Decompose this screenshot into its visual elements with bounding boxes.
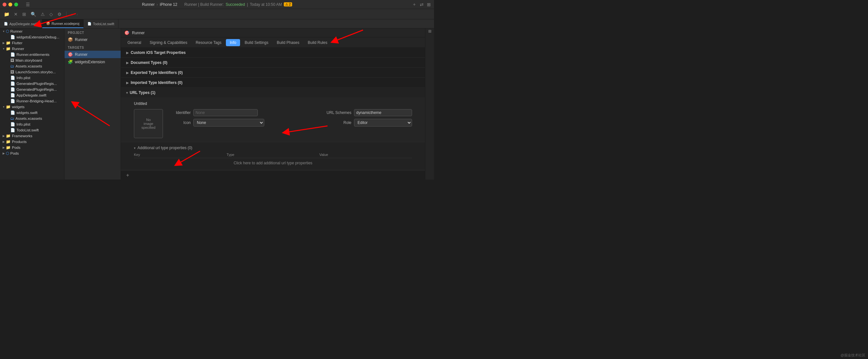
back-forward-icon[interactable]: ⇄ — [420, 2, 424, 7]
toolbar: 📁 ✕ ⊞ 🔍 ⚠ ◇ ⚙ ‹ › — [0, 9, 434, 19]
tree-item-flutter[interactable]: ▶ 📁 Flutter — [0, 40, 64, 46]
col-value: Value — [319, 153, 412, 157]
sidebar-toggle-icon[interactable]: ☰ — [25, 1, 31, 8]
section-custom-ios[interactable]: ▶ Custom iOS Target Properties — [121, 48, 425, 58]
maximize-button[interactable] — [14, 3, 18, 6]
tab-signing[interactable]: Signing & Capabilities — [146, 39, 191, 46]
url-type-title: Untitled — [134, 101, 412, 106]
tab-build-phases[interactable]: Build Phases — [273, 39, 303, 46]
back-arrow[interactable]: ‹ — [70, 11, 74, 18]
add-row[interactable]: + — [121, 170, 425, 179]
tree-item-generated2[interactable]: 📄 GeneratedPluginRegis... — [0, 87, 64, 92]
tree-item-launchscreen[interactable]: 🖼 LaunchScreen.storybo... — [0, 69, 64, 75]
url-type-entry: Untitled Noimagespecified Identifier — [121, 97, 425, 142]
props-table-header: Key Type Value — [134, 151, 412, 158]
tab-build-rules[interactable]: Build Rules — [304, 39, 331, 46]
folder-icon[interactable]: 📁 — [3, 11, 11, 18]
tree-item-widgets-ext-debug[interactable]: 📄 widgetsExtensionDebug... — [0, 34, 64, 40]
tree-item-pods-folder[interactable]: ▶ 📁 Pods — [0, 145, 64, 150]
url-schemes-row: URL Schemes — [326, 109, 412, 116]
tree-item-assets-xcassets[interactable]: 🗂 Assets.xcassets — [0, 63, 64, 69]
url-schemes-label: URL Schemes — [326, 111, 351, 115]
runner-header-title: Runner — [132, 31, 145, 35]
file-navigator: ▾ ⬡ Runner 📄 widgetsExtensionDebug... ▶ … — [0, 28, 65, 179]
file-tabs: 📄 AppDelegate.swift 📦 Runner.xcodeproj 📄… — [0, 19, 434, 28]
tree-item-main-storyboard[interactable]: 🖼 Main.storyboard — [0, 57, 64, 63]
role-row: Role Editor Viewer None — [326, 119, 412, 126]
warning-badge[interactable]: ⚠ 2 — [284, 2, 292, 6]
tab-resource-tags[interactable]: Resource Tags — [192, 39, 225, 46]
tree-item-generated1[interactable]: 📄 GeneratedPluginRegis... — [0, 81, 64, 87]
project-panel: PROJECT 📦 Runner TARGETS 🎯 Runner 🧩 widg… — [65, 28, 121, 179]
target-widgets-ext[interactable]: 🧩 widgetsExtension — [65, 58, 121, 65]
minimize-button[interactable] — [8, 3, 12, 6]
tab-info[interactable]: Info — [226, 39, 240, 46]
file-tab-runner-xcodeproj[interactable]: 📦 Runner.xcodeproj — [42, 19, 84, 28]
alert-icon[interactable]: ⚠ — [39, 11, 46, 18]
inspector-toggle[interactable]: ⊞ — [428, 30, 432, 35]
additional-props-header[interactable]: ▾ Additional url type properties (0) — [134, 144, 412, 151]
role-select[interactable]: Editor Viewer None — [354, 119, 412, 126]
targets-section-label: TARGETS — [65, 43, 121, 51]
url-scheme-input[interactable] — [354, 109, 412, 116]
additional-props-section: ▾ Additional url type properties (0) Key… — [121, 142, 425, 170]
tools-icon[interactable]: ⚙ — [56, 11, 63, 18]
tree-item-todolist[interactable]: 📄 TodoList.swift — [0, 127, 64, 133]
stop-icon[interactable]: ✕ — [12, 11, 19, 18]
url-type-fields-right: URL Schemes Role Editor Viewer None — [326, 109, 412, 126]
titlebar: ☰ Runner › iPhone 12 Runner | Build Runn… — [0, 0, 434, 9]
target-runner-icon: 🎯 — [68, 52, 73, 57]
search-icon[interactable]: 🔍 — [29, 11, 37, 18]
project-name-breadcrumb: Runner — [142, 2, 155, 7]
layout-icon[interactable]: ⊞ — [427, 2, 431, 7]
col-type: Type — [226, 153, 319, 157]
tree-item-info-plist[interactable]: 📄 Info.plist — [0, 75, 64, 81]
click-to-add-text[interactable]: Click here to add additional url type pr… — [134, 158, 412, 168]
add-button[interactable]: + — [126, 172, 129, 178]
section-imported-types[interactable]: ▶ Imported Type Identifiers (0) — [121, 78, 425, 88]
section-url-types: ▾ URL Types (1) — [121, 88, 425, 170]
url-type-body: Noimagespecified Identifier Icon — [134, 109, 412, 138]
tree-item-runner-folder[interactable]: ▾ 📁 Runner — [0, 46, 64, 52]
content-area: 🎯 Runner General Signing & Capabilities … — [121, 28, 425, 179]
tree-item-appdelegate[interactable]: 📄 AppDelegate.swift — [0, 92, 64, 98]
tree-item-widgets-infoplist[interactable]: 📄 Info.plist — [0, 121, 64, 127]
tab-general[interactable]: General — [124, 39, 145, 46]
tree-item-products[interactable]: ▶ 📁 Products — [0, 139, 64, 145]
nav-arrows[interactable]: ‹ › — [70, 11, 79, 18]
section-exported-types[interactable]: ▶ Exported Type Identifiers (0) — [121, 68, 425, 78]
tree-item-widgets-assets[interactable]: 🗂 Assets.xcassets — [0, 116, 64, 121]
file-tab-todolist[interactable]: 📄 TodoList.swift — [84, 19, 118, 28]
tree-item-runner-entitlements[interactable]: 📄 Runner.entitlements — [0, 52, 64, 57]
tree-item-bridging[interactable]: 📄 Runner-Bridging-Head... — [0, 98, 64, 104]
tree-item-frameworks[interactable]: ▶ 📁 Frameworks — [0, 133, 64, 139]
build-label: Runner | Build Runner: — [184, 2, 224, 7]
diamond-icon[interactable]: ◇ — [48, 11, 54, 18]
forward-arrow[interactable]: › — [75, 11, 80, 18]
target-runner[interactable]: 🎯 Runner — [65, 51, 121, 58]
main-layout: ▾ ⬡ Runner 📄 widgetsExtensionDebug... ▶ … — [0, 28, 434, 179]
tab-build-settings[interactable]: Build Settings — [241, 39, 272, 46]
url-types-header[interactable]: ▾ URL Types (1) — [121, 88, 425, 97]
grid-icon[interactable]: ⊞ — [21, 11, 27, 18]
tree-item-runner-root[interactable]: ▾ ⬡ Runner — [0, 28, 64, 34]
toolbar-divider — [66, 11, 66, 17]
close-button[interactable] — [3, 3, 6, 6]
url-type-fields-left: Identifier Icon None — [168, 109, 320, 126]
tree-item-pods-project[interactable]: ▶ ⬡ Pods — [0, 150, 64, 156]
identifier-row: Identifier — [168, 109, 320, 116]
no-image-box[interactable]: Noimagespecified — [134, 109, 163, 138]
traffic-lights[interactable] — [3, 3, 18, 6]
device-name: iPhone 12 — [160, 2, 177, 7]
tree-item-widgets-swift[interactable]: 📄 widgets.swift — [0, 110, 64, 116]
icon-row: Icon None — [168, 119, 320, 126]
identifier-label: Identifier — [168, 111, 191, 115]
file-tab-appdelegate[interactable]: 📄 AppDelegate.swift — [0, 19, 42, 28]
section-document-types[interactable]: ▶ Document Types (0) — [121, 58, 425, 68]
project-section-label: PROJECT — [65, 28, 121, 36]
icon-select[interactable]: None — [193, 119, 264, 126]
tree-item-widgets[interactable]: ▾ 📁 widgets — [0, 104, 64, 110]
project-runner-item[interactable]: 📦 Runner — [65, 36, 121, 43]
add-icon[interactable]: ＋ — [412, 2, 416, 7]
identifier-input[interactable] — [193, 109, 258, 116]
